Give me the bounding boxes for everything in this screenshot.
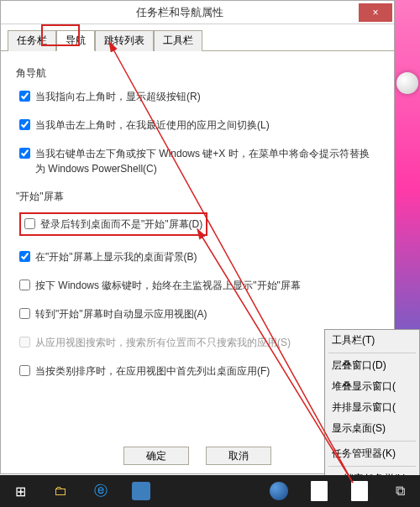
desktop-globe-icon <box>396 72 418 94</box>
menu-show-desktop[interactable]: 显示桌面(S) <box>325 418 419 439</box>
tab-navigation[interactable]: 导航 <box>56 30 95 51</box>
checkbox-desktop-first[interactable] <box>19 365 30 376</box>
label-desktop-first: 当按类别排序时，在应用视图中首先列出桌面应用(F) <box>35 363 270 379</box>
label-boot-desktop: 登录后转到桌面而不是"开始"屏幕(D) <box>40 217 202 232</box>
label-show-charms: 当我指向右上角时，显示超级按钮(R) <box>35 89 201 104</box>
label-desktop-bg: 在"开始"屏幕上显示我的桌面背景(B) <box>35 249 197 264</box>
menu-stack[interactable]: 堆叠显示窗口( <box>325 376 419 397</box>
checkbox-powershell[interactable] <box>19 148 30 159</box>
label-search-everywhere: 从应用视图搜索时，搜索所有位置而不只搜索我的应用(S) <box>35 335 291 350</box>
maxthon-icon[interactable] <box>121 478 161 504</box>
menu-toolbars[interactable]: 工具栏(T) <box>325 330 419 351</box>
taskbar: ⊞ 🗀 ⓔ ⧉ <box>0 475 420 507</box>
file-explorer-icon[interactable]: 🗀 <box>40 478 81 504</box>
label-main-monitor: 按下 Windows 徽标键时，始终在主监视器上显示"开始"屏幕 <box>35 278 301 293</box>
checkbox-search-everywhere <box>19 337 30 348</box>
checkbox-switch-apps[interactable] <box>19 119 30 130</box>
checkbox-boot-desktop[interactable] <box>24 218 35 229</box>
checkbox-desktop-bg[interactable] <box>19 251 30 262</box>
menu-separator <box>328 353 416 353</box>
option-main-monitor: 按下 Windows 徽标键时，始终在主监视器上显示"开始"屏幕 <box>19 278 379 293</box>
ok-button[interactable]: 确定 <box>123 447 189 465</box>
label-powershell: 当我右键单击左下角或按下 Windows 键+X 时，在菜单中将命令提示符替换为… <box>35 146 379 176</box>
label-switch-apps: 当我单击左上角时，在我最近使用的应用之间切换(L) <box>35 118 270 133</box>
app-doc1-icon[interactable] <box>299 478 339 504</box>
option-powershell: 当我右键单击左下角或按下 Windows 键+X 时，在菜单中将命令提示符替换为… <box>19 146 379 176</box>
menu-cascade[interactable]: 层叠窗口(D) <box>325 355 419 376</box>
start-button[interactable]: ⊞ <box>0 478 40 504</box>
tab-toolbars[interactable]: 工具栏 <box>154 30 202 51</box>
menu-separator <box>328 441 416 442</box>
group-corner-nav-title: 角导航 <box>16 66 379 81</box>
checkbox-show-charms[interactable] <box>19 91 30 102</box>
tab-jumplist[interactable]: 跳转列表 <box>95 30 154 51</box>
option-switch-apps: 当我单击左上角时，在我最近使用的应用之间切换(L) <box>19 118 379 133</box>
tab-taskbar[interactable]: 任务栏 <box>8 30 56 51</box>
menu-task-manager[interactable]: 任务管理器(K) <box>325 443 419 464</box>
app-playback-icon[interactable]: ⧉ <box>380 478 420 504</box>
option-desktop-bg: 在"开始"屏幕上显示我的桌面背景(B) <box>19 249 379 264</box>
menu-separator <box>328 466 416 467</box>
menu-sidebyside[interactable]: 并排显示窗口( <box>325 397 419 418</box>
ie-icon[interactable]: ⓔ <box>81 478 121 504</box>
checkbox-apps-view[interactable] <box>19 308 30 319</box>
app-sphere-icon[interactable] <box>259 478 299 504</box>
close-button[interactable]: × <box>359 3 392 22</box>
window-title: 任务栏和导航属性 <box>1 5 359 20</box>
checkbox-main-monitor[interactable] <box>19 280 30 290</box>
highlight-option-annotation: 登录后转到桌面而不是"开始"屏幕(D) <box>19 212 207 236</box>
app-doc2-icon[interactable] <box>339 478 380 504</box>
option-show-charms: 当我指向右上角时，显示超级按钮(R) <box>19 89 379 104</box>
option-boot-desktop-wrap: 登录后转到桌面而不是"开始"屏幕(D) <box>19 212 379 236</box>
option-apps-view: 转到"开始"屏幕时自动显示应用视图(A) <box>19 306 379 321</box>
tab-strip: 任务栏 导航 跳转列表 工具栏 <box>1 26 394 51</box>
label-apps-view: 转到"开始"屏幕时自动显示应用视图(A) <box>35 306 207 321</box>
cancel-button[interactable]: 取消 <box>206 447 271 465</box>
group-start-title: "开始"屏幕 <box>16 190 379 204</box>
titlebar: 任务栏和导航属性 × <box>1 1 394 24</box>
